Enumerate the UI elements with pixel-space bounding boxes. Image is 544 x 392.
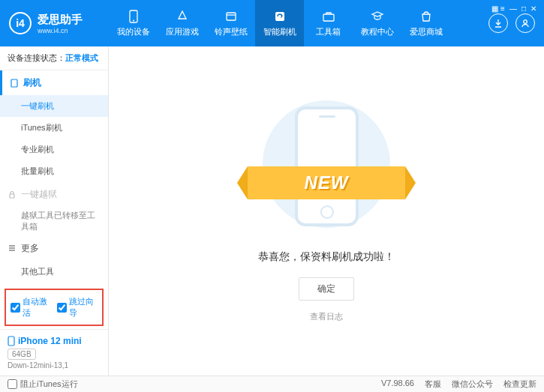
service-link[interactable]: 客服 (425, 379, 441, 390)
update-link[interactable]: 检查更新 (503, 379, 536, 390)
svg-rect-4 (323, 14, 334, 21)
nav-flash[interactable]: 智能刷机 (255, 0, 304, 46)
svg-point-1 (133, 19, 134, 21)
sidebar-item-download-firmware[interactable]: 下载固件 (0, 283, 108, 286)
sidebar-section-jailbreak[interactable]: 一键越狱 (0, 182, 108, 207)
user-icon[interactable] (515, 13, 535, 33)
download-icon[interactable] (488, 13, 508, 33)
minimize-button[interactable]: — (509, 4, 517, 13)
sidebar-item-pro-flash[interactable]: 专业刷机 (0, 139, 108, 160)
nav-tutorials[interactable]: 教程中心 (353, 0, 401, 46)
header-actions (488, 13, 544, 33)
sidebar-item-batch-flash[interactable]: 批量刷机 (0, 160, 108, 182)
svg-rect-7 (10, 194, 14, 198)
toolbox-icon (322, 10, 335, 23)
apps-icon (176, 10, 189, 23)
device-name: iPhone 12 mini (8, 336, 101, 346)
flash-options: 自动激活 跳过向导 (5, 289, 104, 326)
jailbreak-note: 越狱工具已转移至工具箱 (0, 207, 108, 236)
device-icon (8, 336, 15, 346)
close-button[interactable]: ✕ (530, 4, 536, 13)
store-icon (419, 10, 433, 23)
sidebar-item-itunes-flash[interactable]: iTunes刷机 (0, 117, 108, 139)
ringtone-icon (224, 10, 238, 23)
sidebar: 设备连接状态：正常模式 刷机 一键刷机 iTunes刷机 专业刷机 批量刷机 一… (0, 46, 109, 376)
lock-icon (8, 190, 17, 199)
app-name: 爱思助手 (38, 13, 83, 27)
main-content: NEW 恭喜您，保资料刷机成功啦！ 确定 查看日志 (109, 46, 544, 376)
logo: i4 爱思助手 www.i4.cn (0, 12, 109, 34)
sidebar-item-other-tools[interactable]: 其他工具 (0, 261, 108, 283)
sidebar-section-flash[interactable]: 刷机 (0, 70, 108, 95)
success-message: 恭喜您，保资料刷机成功啦！ (258, 250, 395, 264)
nav-store[interactable]: 爱思商城 (401, 0, 450, 46)
maximize-button[interactable]: □ (521, 4, 526, 13)
sidebar-item-oneclick-flash[interactable]: 一键刷机 (0, 95, 108, 117)
checkbox-skip-guide[interactable]: 跳过向导 (57, 296, 98, 319)
device-storage: 64GB (8, 349, 36, 360)
success-illustration: NEW (251, 100, 401, 235)
checkbox-block-itunes[interactable]: 阻止iTunes运行 (8, 379, 78, 390)
version-label: V7.98.66 (381, 379, 414, 390)
window-controls: ▦ ≡ — □ ✕ (491, 4, 536, 13)
wechat-link[interactable]: 微信公众号 (452, 379, 493, 390)
svg-rect-2 (227, 13, 236, 20)
device-model: Down-12mini-13,1 (8, 361, 101, 370)
list-icon (8, 244, 17, 253)
device-info[interactable]: iPhone 12 mini 64GB Down-12mini-13,1 (0, 329, 108, 376)
phone-small-icon (10, 79, 19, 88)
statusbar: 阻止iTunes运行 V7.98.66 客服 微信公众号 检查更新 (0, 376, 544, 392)
sidebar-section-more[interactable]: 更多 (0, 236, 108, 261)
phone-icon (127, 10, 140, 23)
svg-rect-3 (275, 12, 284, 21)
nav-toolbox[interactable]: 工具箱 (304, 0, 353, 46)
menu-icon[interactable]: ▦ ≡ (491, 4, 505, 13)
svg-rect-8 (8, 337, 14, 346)
nav-ringtones[interactable]: 铃声壁纸 (206, 0, 255, 46)
ok-button[interactable]: 确定 (299, 277, 354, 301)
new-ribbon: NEW (248, 166, 405, 199)
connection-status: 设备连接状态：正常模式 (0, 46, 108, 70)
tutorial-icon (371, 10, 384, 23)
nav-apps[interactable]: 应用游戏 (158, 0, 206, 46)
app-url: www.i4.cn (38, 27, 83, 34)
svg-rect-6 (11, 79, 17, 87)
checkbox-auto-activate[interactable]: 自动激活 (11, 296, 51, 319)
view-log-link[interactable]: 查看日志 (310, 311, 343, 322)
logo-icon: i4 (9, 12, 32, 34)
header: i4 爱思助手 www.i4.cn 我的设备 应用游戏 铃声壁纸 智能刷机 工具… (0, 0, 544, 46)
nav-my-device[interactable]: 我的设备 (109, 0, 158, 46)
flash-icon (273, 10, 287, 23)
svg-point-5 (524, 20, 527, 24)
main-nav: 我的设备 应用游戏 铃声壁纸 智能刷机 工具箱 教程中心 爱思商城 (109, 0, 488, 46)
